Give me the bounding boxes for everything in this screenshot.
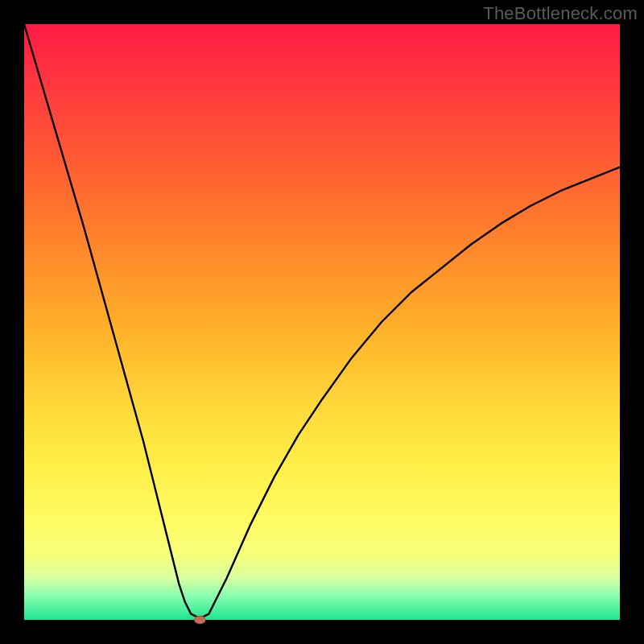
bottleneck-curve [24, 24, 620, 617]
chart-frame: TheBottleneck.com [0, 0, 644, 644]
chart-svg [24, 24, 620, 620]
chart-plot-area [24, 24, 620, 620]
curve-minimum-marker [194, 616, 205, 624]
watermark-text: TheBottleneck.com [483, 3, 638, 24]
